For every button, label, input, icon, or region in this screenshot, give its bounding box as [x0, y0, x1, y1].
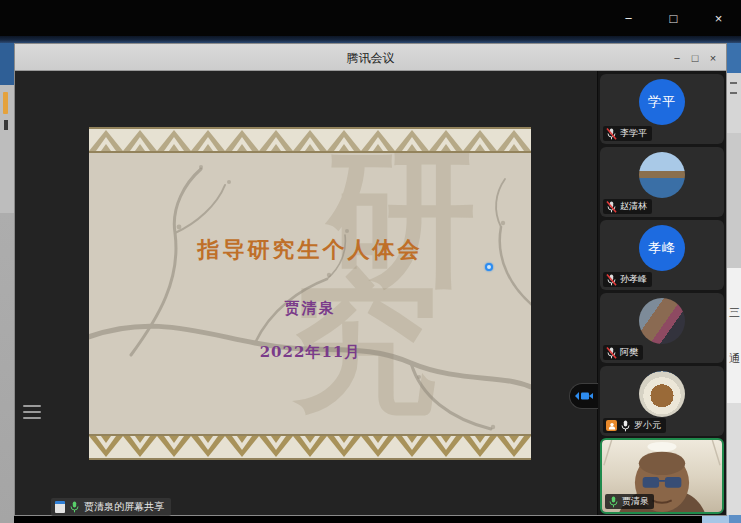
- sidebar-collapse-button[interactable]: [569, 383, 598, 409]
- screen-share-icon: [55, 501, 65, 513]
- mic-muted-icon: [606, 201, 617, 213]
- participant-label: 孙孝峰: [603, 272, 652, 287]
- meeting-window: 腾讯会议 − □ × 研 究: [14, 43, 727, 516]
- outer-close-button[interactable]: ×: [696, 0, 741, 36]
- meeting-close-button[interactable]: ×: [704, 47, 722, 69]
- slide-date: 2022年11月: [89, 343, 531, 362]
- participant-name: 阿樊: [620, 346, 638, 359]
- slide-border-top: [89, 127, 531, 153]
- screen-share-area: 研 究: [15, 71, 598, 515]
- outer-titlebar: − □ ×: [0, 0, 741, 36]
- background-text-char: 三: [729, 305, 740, 320]
- background-window-right-edge: 三 通: [727, 43, 741, 523]
- avatar: 孝峰: [639, 225, 685, 271]
- participant-label: 罗小元: [603, 418, 666, 433]
- participant-label: 阿樊: [603, 345, 643, 360]
- background-text-char: 通: [729, 351, 740, 366]
- outer-minimize-button[interactable]: −: [606, 0, 651, 36]
- slide-list-icon[interactable]: [23, 405, 41, 419]
- participant-tile-active[interactable]: 贾清泉: [600, 438, 724, 514]
- background-text-fragment: [730, 92, 737, 94]
- avatar-initials: 学平: [648, 93, 676, 111]
- participant-name: 赵清林: [620, 200, 647, 213]
- avatar-photo: [639, 298, 685, 344]
- background-window-icon-2: [4, 120, 8, 130]
- mic-muted-icon: [606, 347, 617, 359]
- pointer-dot: [485, 263, 493, 271]
- participant-tile[interactable]: 学平 李学平: [600, 74, 724, 144]
- background-window-titlebar: [0, 36, 741, 43]
- participant-tile[interactable]: 罗小元: [600, 366, 724, 436]
- slide-border-bottom: [89, 434, 531, 460]
- meeting-maximize-button[interactable]: □: [686, 47, 704, 69]
- screen: − □ × 三 通 腾讯会议 − □ ×: [0, 0, 741, 523]
- participants-sidebar: 学平 李学平: [598, 71, 726, 515]
- participant-name: 李学平: [620, 127, 647, 140]
- participant-name: 孙孝峰: [620, 273, 647, 286]
- host-badge-icon: [606, 420, 617, 431]
- mic-muted-icon: [606, 274, 617, 286]
- mic-active-icon: [608, 496, 619, 508]
- participant-tile[interactable]: 孝峰 孙孝峰: [600, 220, 724, 290]
- plum-branch-art: [89, 127, 531, 460]
- meeting-window-controls: − □ ×: [668, 44, 722, 71]
- meeting-minimize-button[interactable]: −: [668, 47, 686, 69]
- screen-share-banner[interactable]: 贾清泉的屏幕共享: [51, 498, 171, 516]
- outer-maximize-button[interactable]: □: [651, 0, 696, 36]
- avatar-photo: [639, 371, 685, 417]
- outer-window-controls: − □ ×: [606, 0, 741, 36]
- presentation-slide: 研 究: [89, 127, 531, 460]
- mic-muted-icon: [606, 128, 617, 140]
- slide-author: 贾清泉: [89, 299, 531, 318]
- collapse-video-icon: [575, 391, 593, 401]
- participant-tile[interactable]: 赵清林: [600, 147, 724, 217]
- participant-tile[interactable]: 阿樊: [600, 293, 724, 363]
- screen-share-label: 贾清泉的屏幕共享: [84, 500, 164, 514]
- background-text-fragment: [730, 82, 737, 84]
- avatar-photo: [639, 152, 685, 198]
- participant-label: 赵清林: [603, 199, 652, 214]
- avatar: 学平: [639, 79, 685, 125]
- participant-name: 罗小元: [634, 419, 661, 432]
- participant-label: 李学平: [603, 126, 652, 141]
- meeting-content: 研 究: [15, 71, 726, 515]
- meeting-titlebar[interactable]: 腾讯会议 − □ ×: [15, 44, 726, 71]
- avatar-initials: 孝峰: [648, 239, 676, 257]
- participant-name: 贾清泉: [622, 495, 649, 508]
- meeting-window-title: 腾讯会议: [15, 50, 726, 67]
- participant-label: 贾清泉: [605, 494, 654, 509]
- mic-active-icon: [69, 501, 80, 513]
- background-window-icon: [3, 92, 8, 114]
- slide-title: 指导研究生个人体会: [89, 235, 531, 265]
- background-taskbar-fragment: [702, 515, 741, 523]
- background-window-left-edge: [0, 43, 14, 523]
- mic-on-icon: [620, 420, 631, 432]
